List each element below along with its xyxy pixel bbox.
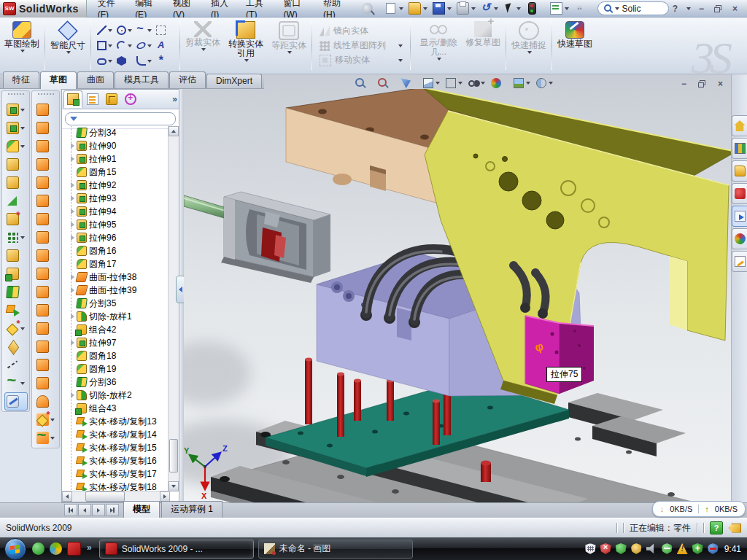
feature-tool-button[interactable]	[4, 174, 28, 192]
toolbar-button[interactable]	[407, 1, 429, 15]
pattern-tool-button[interactable]: 镜向实体	[318, 25, 404, 37]
doc-minimize-button[interactable]: −	[678, 78, 690, 89]
rapid-sketch-button[interactable]: 快速草图	[556, 20, 594, 71]
expand-arrow-icon[interactable]	[71, 209, 74, 214]
sketch-entity-button[interactable]	[155, 54, 174, 69]
feature-tool-button[interactable]	[4, 392, 28, 411]
surface-tool-button[interactable]	[34, 101, 58, 119]
sketch-entity-button[interactable]	[116, 54, 135, 69]
view-tool-button[interactable]	[444, 77, 464, 90]
toolbar-button[interactable]	[479, 2, 500, 15]
surface-tool-button[interactable]	[34, 246, 58, 265]
feature-tool-button[interactable]	[4, 137, 28, 155]
quick-launch-icon[interactable]	[32, 542, 44, 555]
graphics-area[interactable]: φ Y Z X	[184, 74, 731, 502]
feature-tree-row[interactable]: 分割35	[65, 297, 169, 310]
quick-launch-icon[interactable]	[67, 542, 81, 556]
filter-input[interactable]	[65, 112, 176, 125]
feature-tool-button[interactable]	[4, 374, 28, 392]
view-tool-button[interactable]	[399, 77, 419, 90]
surface-tool-button[interactable]	[34, 265, 58, 283]
sketch-entity-button[interactable]	[136, 23, 155, 38]
expand-arrow-icon[interactable]	[71, 392, 74, 398]
feature-tree-row[interactable]: 拉伸91	[65, 152, 169, 166]
sketch-entity-button[interactable]	[96, 23, 115, 38]
view-tool-button[interactable]	[354, 77, 374, 90]
sketch-entity-button[interactable]	[155, 23, 174, 38]
document-tab[interactable]: 运动算例 1	[161, 501, 222, 518]
feature-tree-row[interactable]: 实体-移动/复制16	[65, 454, 169, 467]
feature-tool-button[interactable]	[4, 101, 28, 119]
expand-arrow-icon[interactable]	[71, 340, 74, 346]
convert-entities-button[interactable]: 转换实体引用	[223, 20, 268, 71]
feature-tree-row[interactable]: 分割34	[65, 126, 169, 139]
first-study-button[interactable]	[64, 504, 77, 516]
sketch-entity-button[interactable]	[155, 39, 174, 53]
panel-tab[interactable]	[84, 91, 101, 107]
surface-tool-button[interactable]	[34, 356, 58, 374]
view-tool-button[interactable]	[489, 77, 509, 90]
feature-tool-button[interactable]	[4, 319, 28, 338]
feature-tree-row[interactable]: 拉伸95	[65, 218, 169, 231]
surface-tool-button[interactable]	[34, 429, 58, 447]
surface-tool-button[interactable]	[34, 338, 58, 356]
feature-tree-row[interactable]: 曲面-拉伸39	[65, 284, 169, 297]
panel-tab[interactable]	[103, 91, 120, 107]
surface-tool-button[interactable]	[34, 119, 58, 137]
task-pane-tab[interactable]	[732, 115, 747, 136]
start-button[interactable]	[4, 538, 26, 560]
display-delete-relations-button[interactable]: 显示/删除几...	[414, 20, 462, 71]
toolbar-button[interactable]	[360, 2, 381, 15]
quick-tips-button[interactable]: ?	[710, 521, 723, 534]
sketch-entity-button[interactable]	[116, 23, 135, 38]
feature-tree-row[interactable]: 组合43	[65, 402, 169, 415]
quick-launch-icon[interactable]	[50, 542, 62, 555]
expand-arrow-icon[interactable]	[71, 222, 74, 228]
task-pane-tab[interactable]	[732, 251, 747, 272]
scroll-right-button[interactable]	[160, 491, 170, 502]
help-button[interactable]: ?	[669, 3, 681, 14]
surface-tool-button[interactable]	[34, 155, 58, 174]
tray-icon[interactable]	[600, 543, 611, 554]
document-tab[interactable]: 模型	[123, 501, 160, 518]
task-pane-tab[interactable]	[732, 206, 747, 227]
minimize-button[interactable]: −	[695, 3, 708, 14]
feature-tree-row[interactable]: 实体-移动/复制17	[65, 467, 169, 481]
toolbar-button[interactable]	[383, 1, 405, 15]
scroll-down-button[interactable]	[169, 481, 179, 491]
feature-tree-row[interactable]: 实体-移动/复制13	[65, 415, 169, 428]
task-pane-tab[interactable]	[732, 138, 747, 159]
feature-tree-row[interactable]: 切除-放样1	[65, 310, 169, 323]
expand-arrow-icon[interactable]	[71, 143, 74, 149]
pattern-tool-button[interactable]: 线性草图阵列	[318, 39, 404, 52]
task-pane-tab[interactable]	[732, 160, 747, 182]
surface-tool-button[interactable]	[34, 283, 58, 301]
surface-tool-button[interactable]	[34, 392, 58, 411]
surface-tool-button[interactable]	[34, 228, 58, 246]
feature-tree-row[interactable]: 拉伸90	[65, 139, 169, 152]
feature-tree-row[interactable]: 拉伸93	[65, 192, 169, 205]
command-tab[interactable]: DimXpert	[206, 74, 262, 88]
feature-tree-row[interactable]: 拉伸92	[65, 179, 169, 192]
view-tool-button[interactable]	[535, 77, 554, 90]
feature-tree-row[interactable]: 拉伸97	[65, 336, 169, 349]
surface-tool-button[interactable]	[34, 319, 58, 338]
prev-study-button[interactable]	[78, 504, 91, 516]
surface-tool-button[interactable]	[34, 174, 58, 192]
surface-tool-button[interactable]	[34, 137, 58, 155]
tray-icon[interactable]	[631, 543, 642, 554]
sketch-button[interactable]: 草图绘制	[3, 20, 41, 71]
command-tab[interactable]: 曲面	[77, 71, 114, 88]
toolbar-grip[interactable]	[8, 93, 24, 98]
search-input[interactable]: Solic	[597, 1, 669, 15]
tray-icon[interactable]	[616, 543, 627, 554]
sketch-entity-button[interactable]	[136, 54, 155, 69]
model-3d-view[interactable]: φ Y Z X	[184, 89, 731, 502]
sketch-entity-button[interactable]	[96, 39, 115, 53]
feature-tree-row[interactable]: 实体-移动/复制18	[65, 481, 169, 491]
feature-tree-row[interactable]: 拉伸96	[65, 231, 169, 244]
feature-tree-row[interactable]: 曲面-拉伸38	[65, 271, 169, 284]
feature-tool-button[interactable]	[4, 265, 28, 283]
surface-tool-button[interactable]	[34, 301, 58, 319]
expand-arrow-icon[interactable]	[71, 156, 74, 162]
